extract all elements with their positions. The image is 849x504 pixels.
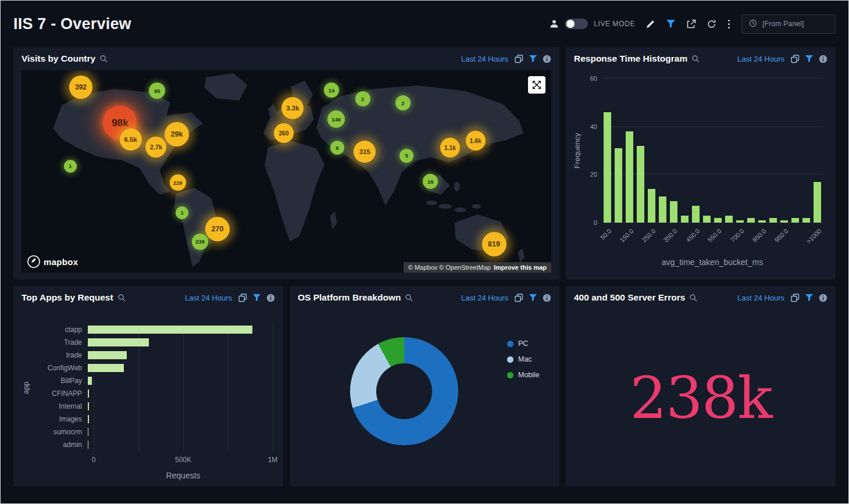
map-bubble[interactable]: 5 xyxy=(399,149,413,163)
legend-dot xyxy=(507,356,513,363)
panel-header: 400 and 500 Server Errors Last 24 Hours xyxy=(574,286,827,309)
histogram-bar[interactable] xyxy=(758,220,766,223)
apps-bar[interactable] xyxy=(88,377,92,385)
time-range-label[interactable]: Last 24 Hours xyxy=(185,294,232,302)
legend-item[interactable]: PC xyxy=(507,339,540,348)
donut-hole xyxy=(376,363,432,419)
apps-bar[interactable] xyxy=(88,428,88,436)
apps-x-axis-label: Requests xyxy=(94,471,273,480)
info-icon[interactable] xyxy=(543,294,551,302)
map-bubble[interactable]: 9 xyxy=(330,141,344,155)
filter-funnel-icon[interactable] xyxy=(805,294,814,302)
info-icon[interactable] xyxy=(266,294,275,302)
copy-panel-icon[interactable] xyxy=(791,55,800,63)
map-bubble[interactable]: 1.6k xyxy=(466,131,486,151)
filter-funnel-icon[interactable] xyxy=(529,294,537,302)
map-bubble[interactable]: 1 xyxy=(176,206,188,219)
map-bubble[interactable]: 3.3k xyxy=(281,97,304,119)
map-bubble[interactable]: 2 xyxy=(395,95,411,110)
apps-bar[interactable] xyxy=(88,326,252,334)
histogram-bar[interactable] xyxy=(725,216,733,223)
refresh-icon[interactable] xyxy=(707,19,716,29)
from-panel-selector[interactable]: [From Panel] xyxy=(741,15,836,34)
time-range-label[interactable]: Last 24 Hours xyxy=(461,294,508,302)
map-bubble[interactable]: 819 xyxy=(482,232,506,256)
legend-item[interactable]: Mac xyxy=(507,355,540,363)
apps-row-track xyxy=(88,400,273,413)
apps-bar[interactable] xyxy=(88,338,149,346)
apps-bar[interactable] xyxy=(88,415,89,423)
time-range-label[interactable]: Last 24 Hours xyxy=(737,55,784,63)
map-bubble[interactable]: 16 xyxy=(423,174,438,189)
histogram-bar[interactable] xyxy=(747,218,755,223)
histogram-bar[interactable] xyxy=(714,218,722,223)
filter-funnel-icon[interactable] xyxy=(529,55,537,63)
mapbox-logo-icon[interactable]: mapbox xyxy=(27,255,78,268)
info-icon[interactable] xyxy=(543,55,551,63)
filter-funnel-icon[interactable] xyxy=(805,55,814,63)
histogram-bar[interactable] xyxy=(604,112,611,223)
time-range-label[interactable]: Last 24 Hours xyxy=(737,294,784,302)
apps-bar[interactable] xyxy=(88,364,124,372)
histogram-bar[interactable] xyxy=(703,216,711,223)
map-bubble[interactable]: 14 xyxy=(324,83,339,98)
histogram-bar[interactable] xyxy=(769,218,777,223)
apps-bar[interactable] xyxy=(88,441,88,449)
map-bubble[interactable]: 146 xyxy=(327,110,345,128)
zoom-magnifier-icon[interactable] xyxy=(99,55,108,63)
map-bubble[interactable]: 29k xyxy=(165,122,189,146)
histogram-bar[interactable] xyxy=(814,182,821,223)
map-bubble[interactable]: 260 xyxy=(274,123,294,143)
apps-row-track xyxy=(88,387,273,400)
histogram-bar[interactable] xyxy=(659,196,666,223)
histogram-bar[interactable] xyxy=(648,189,655,223)
apps-bar[interactable] xyxy=(88,389,89,398)
share-icon[interactable] xyxy=(686,19,696,29)
live-mode-toggle[interactable] xyxy=(565,19,588,29)
map-bubble[interactable]: 1.1k xyxy=(440,138,460,158)
user-icon[interactable] xyxy=(550,19,559,28)
filter-funnel-icon[interactable] xyxy=(666,19,676,28)
map-bubble[interactable]: 236 xyxy=(192,234,208,250)
kebab-menu-icon[interactable] xyxy=(727,19,731,30)
map-bubble[interactable]: 315 xyxy=(354,141,376,163)
copy-panel-icon[interactable] xyxy=(515,55,523,63)
histogram-bar[interactable] xyxy=(791,218,799,223)
map-bubble[interactable]: 2 xyxy=(355,91,370,106)
map-bubble[interactable]: 270 xyxy=(205,217,230,241)
histogram-bar[interactable] xyxy=(626,131,633,223)
histogram-bar[interactable] xyxy=(615,148,622,223)
map-bubble[interactable]: 1 xyxy=(64,160,77,173)
filter-funnel-icon[interactable] xyxy=(252,294,261,302)
edit-pencil-icon[interactable] xyxy=(645,19,655,29)
improve-map-link[interactable]: Improve this map xyxy=(494,264,547,271)
legend-item[interactable]: Mobile xyxy=(507,371,540,379)
histogram-bar[interactable] xyxy=(802,218,810,223)
histogram-bar[interactable] xyxy=(637,146,644,223)
histogram-bar[interactable] xyxy=(736,220,744,223)
world-map[interactable]: 3929598k6.5k29k2.7k122912702363.3k260146… xyxy=(22,70,551,273)
time-range-label[interactable]: Last 24 Hours xyxy=(461,55,508,63)
histogram-bar[interactable] xyxy=(670,201,677,223)
map-bubble[interactable]: 392 xyxy=(69,76,92,99)
info-icon[interactable] xyxy=(819,55,827,63)
apps-bar[interactable] xyxy=(88,351,127,359)
zoom-magnifier-icon[interactable] xyxy=(689,294,697,302)
map-bubble[interactable]: 6.5k xyxy=(120,128,142,151)
map-bubble[interactable]: 229 xyxy=(170,174,186,191)
zoom-magnifier-icon[interactable] xyxy=(405,294,413,302)
histogram-bar[interactable] xyxy=(681,216,689,223)
map-bubble[interactable]: 2.7k xyxy=(145,137,166,158)
donut-ring[interactable] xyxy=(350,337,458,445)
apps-bar[interactable] xyxy=(88,402,89,410)
copy-panel-icon[interactable] xyxy=(238,294,247,302)
expand-icon[interactable] xyxy=(528,76,545,94)
info-icon[interactable] xyxy=(819,294,827,302)
zoom-magnifier-icon[interactable] xyxy=(117,294,126,302)
map-bubble[interactable]: 95 xyxy=(149,83,165,99)
histogram-bar[interactable] xyxy=(692,206,700,223)
histogram-bar[interactable] xyxy=(780,220,788,223)
zoom-magnifier-icon[interactable] xyxy=(691,55,700,63)
copy-panel-icon[interactable] xyxy=(791,294,800,302)
copy-panel-icon[interactable] xyxy=(515,294,523,302)
